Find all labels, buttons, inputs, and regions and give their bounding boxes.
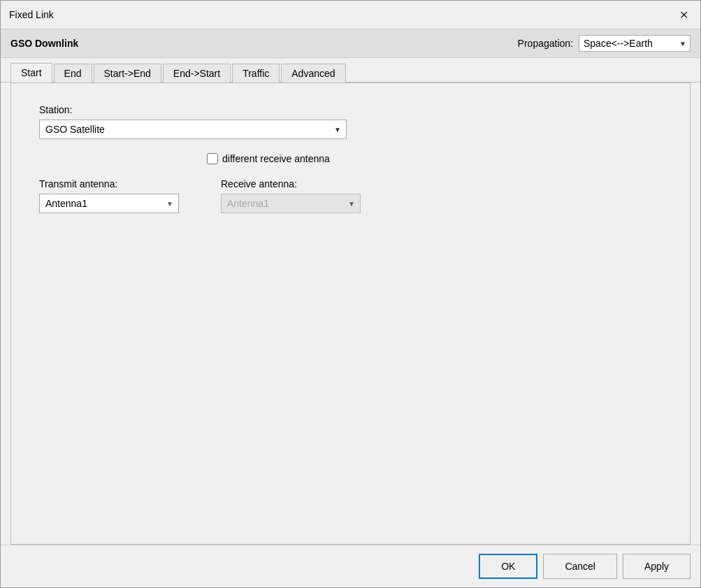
dialog-title: Fixed Link [9,9,54,20]
footer: OK Cancel Apply [1,545,700,587]
tab-start-end[interactable]: Start->End [94,64,161,83]
antenna-row: Transmit antenna: Antenna1 Antenna2 Rece… [39,178,662,213]
header-bar: GSO Downlink Propagation: Space<-->Earth… [1,29,700,58]
receive-antenna-group: Receive antenna: Antenna1 Antenna2 [221,178,361,213]
propagation-label: Propagation: [518,38,573,49]
propagation-group: Propagation: Space<-->Earth Free Space I… [518,35,691,52]
content-area: Station: GSO Satellite Ground Station di… [10,83,691,545]
transmit-antenna-select[interactable]: Antenna1 Antenna2 [39,194,179,213]
receive-antenna-select-wrapper: Antenna1 Antenna2 [221,194,361,213]
station-label: Station: [39,104,662,115]
station-group: Station: GSO Satellite Ground Station [39,104,662,139]
tab-traffic[interactable]: Traffic [232,64,280,83]
tab-advanced[interactable]: Advanced [281,64,345,83]
receive-antenna-label: Receive antenna: [221,178,361,189]
station-select[interactable]: GSO Satellite Ground Station [39,120,347,139]
close-button[interactable]: ✕ [675,6,692,23]
propagation-select-wrapper: Space<-->Earth Free Space ITU-R P.618 [579,35,691,52]
apply-button[interactable]: Apply [623,554,691,579]
receive-antenna-select[interactable]: Antenna1 Antenna2 [221,194,361,213]
different-receive-antenna-row: different receive antenna [207,153,662,164]
ok-button[interactable]: OK [479,554,537,579]
cancel-button[interactable]: Cancel [543,554,617,579]
transmit-antenna-label: Transmit antenna: [39,178,179,189]
transmit-antenna-select-wrapper: Antenna1 Antenna2 [39,194,179,213]
propagation-select[interactable]: Space<-->Earth Free Space ITU-R P.618 [579,35,691,52]
tab-end[interactable]: End [54,64,92,83]
title-bar: Fixed Link ✕ [1,1,700,29]
tabs-bar: Start End Start->End End->Start Traffic … [1,58,700,83]
station-select-wrapper: GSO Satellite Ground Station [39,120,347,139]
header-title: GSO Downlink [10,38,78,49]
different-receive-antenna-checkbox[interactable] [207,153,218,164]
tab-start[interactable]: Start [10,63,52,83]
tab-end-start[interactable]: End->Start [163,64,231,83]
dialog: Fixed Link ✕ GSO Downlink Propagation: S… [0,0,701,588]
different-receive-antenna-label[interactable]: different receive antenna [222,153,330,164]
transmit-antenna-group: Transmit antenna: Antenna1 Antenna2 [39,178,179,213]
